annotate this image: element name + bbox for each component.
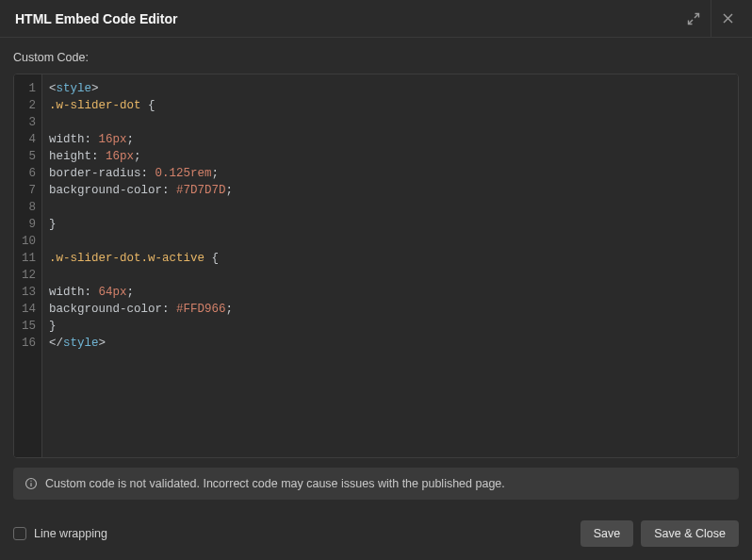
code-line[interactable] bbox=[49, 114, 731, 131]
save-button[interactable]: Save bbox=[580, 520, 634, 547]
line-number: 6 bbox=[14, 165, 41, 182]
code-line[interactable]: width: 64px; bbox=[49, 284, 731, 301]
line-number: 4 bbox=[14, 131, 41, 148]
line-number: 12 bbox=[14, 267, 41, 284]
code-line[interactable]: background-color: #7D7D7D; bbox=[49, 182, 731, 199]
save-close-button[interactable]: Save & Close bbox=[641, 520, 739, 547]
editor-footer: Line wrapping Save Save & Close bbox=[0, 513, 752, 560]
validation-notice: Custom code is not validated. Incorrect … bbox=[13, 468, 739, 500]
close-button[interactable] bbox=[711, 0, 744, 37]
code-line[interactable]: <style> bbox=[49, 80, 731, 97]
line-number: 8 bbox=[14, 199, 41, 216]
code-line[interactable]: </style> bbox=[49, 335, 731, 352]
line-number: 5 bbox=[14, 148, 41, 165]
line-number: 9 bbox=[14, 216, 41, 233]
line-number: 1 bbox=[14, 80, 41, 97]
line-gutter: 12345678910111213141516 bbox=[14, 74, 42, 457]
code-line[interactable]: .w-slider-dot.w-active { bbox=[49, 250, 731, 267]
code-line[interactable] bbox=[49, 233, 731, 250]
code-line[interactable]: } bbox=[49, 318, 731, 335]
code-line[interactable]: .w-slider-dot { bbox=[49, 97, 731, 114]
code-line[interactable]: background-color: #FFD966; bbox=[49, 301, 731, 318]
editor-content: Custom Code: 12345678910111213141516 <st… bbox=[0, 38, 752, 513]
editor-title: HTML Embed Code Editor bbox=[15, 11, 177, 26]
code-editor[interactable]: 12345678910111213141516 <style>.w-slider… bbox=[13, 74, 739, 458]
expand-button[interactable] bbox=[677, 0, 711, 37]
line-number: 7 bbox=[14, 182, 41, 199]
header-actions bbox=[677, 0, 744, 37]
line-number: 14 bbox=[14, 301, 41, 318]
line-number: 2 bbox=[14, 97, 41, 114]
expand-icon bbox=[687, 12, 700, 25]
notice-text: Custom code is not validated. Incorrect … bbox=[45, 477, 505, 490]
line-number: 13 bbox=[14, 284, 41, 301]
close-icon bbox=[722, 12, 734, 25]
custom-code-label: Custom Code: bbox=[13, 51, 739, 64]
code-line[interactable]: border-radius: 0.125rem; bbox=[49, 165, 731, 182]
code-line[interactable]: } bbox=[49, 216, 731, 233]
line-number: 15 bbox=[14, 318, 41, 335]
line-number: 16 bbox=[14, 335, 41, 352]
footer-right: Save Save & Close bbox=[580, 520, 739, 547]
line-number: 10 bbox=[14, 233, 41, 250]
editor-header: HTML Embed Code Editor bbox=[0, 0, 752, 38]
info-icon bbox=[25, 477, 38, 490]
code-line[interactable] bbox=[49, 199, 731, 216]
line-wrapping-label[interactable]: Line wrapping bbox=[34, 527, 107, 540]
code-line[interactable]: height: 16px; bbox=[49, 148, 731, 165]
code-line[interactable] bbox=[49, 267, 731, 284]
code-line[interactable]: width: 16px; bbox=[49, 131, 731, 148]
line-number: 3 bbox=[14, 114, 41, 131]
code-area[interactable]: <style>.w-slider-dot {width: 16px;height… bbox=[42, 74, 738, 457]
line-number: 11 bbox=[14, 250, 41, 267]
footer-left: Line wrapping bbox=[13, 527, 107, 540]
svg-point-2 bbox=[30, 481, 31, 482]
line-wrapping-checkbox[interactable] bbox=[13, 527, 26, 540]
